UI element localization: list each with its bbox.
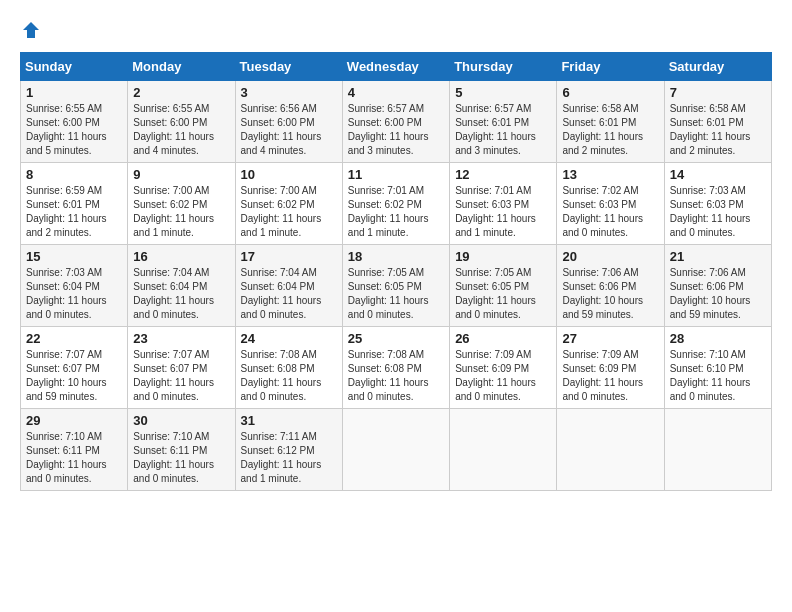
day-number: 10 [241,167,337,182]
calendar-day-cell: 30Sunrise: 7:10 AMSunset: 6:11 PMDayligh… [128,409,235,491]
weekday-header-cell: Saturday [664,53,771,81]
day-number: 17 [241,249,337,264]
calendar-day-cell: 17Sunrise: 7:04 AMSunset: 6:04 PMDayligh… [235,245,342,327]
day-number: 22 [26,331,122,346]
weekday-header-cell: Thursday [450,53,557,81]
calendar-day-cell: 16Sunrise: 7:04 AMSunset: 6:04 PMDayligh… [128,245,235,327]
calendar-day-cell: 14Sunrise: 7:03 AMSunset: 6:03 PMDayligh… [664,163,771,245]
calendar-day-cell: 10Sunrise: 7:00 AMSunset: 6:02 PMDayligh… [235,163,342,245]
day-info: Sunrise: 6:58 AMSunset: 6:01 PMDaylight:… [670,102,766,158]
calendar-day-cell: 27Sunrise: 7:09 AMSunset: 6:09 PMDayligh… [557,327,664,409]
calendar-header: SundayMondayTuesdayWednesdayThursdayFrid… [21,53,772,81]
day-info: Sunrise: 6:55 AMSunset: 6:00 PMDaylight:… [133,102,229,158]
day-number: 19 [455,249,551,264]
calendar-day-cell [664,409,771,491]
day-number: 11 [348,167,444,182]
calendar-day-cell: 28Sunrise: 7:10 AMSunset: 6:10 PMDayligh… [664,327,771,409]
day-number: 15 [26,249,122,264]
calendar-day-cell: 7Sunrise: 6:58 AMSunset: 6:01 PMDaylight… [664,81,771,163]
calendar-day-cell [557,409,664,491]
day-info: Sunrise: 6:55 AMSunset: 6:00 PMDaylight:… [26,102,122,158]
day-info: Sunrise: 6:57 AMSunset: 6:01 PMDaylight:… [455,102,551,158]
calendar-day-cell: 9Sunrise: 7:00 AMSunset: 6:02 PMDaylight… [128,163,235,245]
day-info: Sunrise: 6:58 AMSunset: 6:01 PMDaylight:… [562,102,658,158]
day-number: 13 [562,167,658,182]
day-info: Sunrise: 7:09 AMSunset: 6:09 PMDaylight:… [455,348,551,404]
calendar-day-cell: 1Sunrise: 6:55 AMSunset: 6:00 PMDaylight… [21,81,128,163]
day-number: 7 [670,85,766,100]
day-info: Sunrise: 7:01 AMSunset: 6:03 PMDaylight:… [455,184,551,240]
calendar-day-cell [450,409,557,491]
day-info: Sunrise: 6:56 AMSunset: 6:00 PMDaylight:… [241,102,337,158]
day-number: 30 [133,413,229,428]
calendar-week-row: 22Sunrise: 7:07 AMSunset: 6:07 PMDayligh… [21,327,772,409]
calendar-day-cell: 22Sunrise: 7:07 AMSunset: 6:07 PMDayligh… [21,327,128,409]
day-number: 27 [562,331,658,346]
day-info: Sunrise: 7:03 AMSunset: 6:03 PMDaylight:… [670,184,766,240]
calendar-day-cell: 21Sunrise: 7:06 AMSunset: 6:06 PMDayligh… [664,245,771,327]
calendar: SundayMondayTuesdayWednesdayThursdayFrid… [20,52,772,491]
calendar-day-cell: 6Sunrise: 6:58 AMSunset: 6:01 PMDaylight… [557,81,664,163]
day-number: 5 [455,85,551,100]
day-number: 28 [670,331,766,346]
day-number: 21 [670,249,766,264]
day-number: 20 [562,249,658,264]
calendar-day-cell: 8Sunrise: 6:59 AMSunset: 6:01 PMDaylight… [21,163,128,245]
svg-marker-0 [23,22,39,38]
calendar-day-cell: 26Sunrise: 7:09 AMSunset: 6:09 PMDayligh… [450,327,557,409]
day-info: Sunrise: 7:11 AMSunset: 6:12 PMDaylight:… [241,430,337,486]
day-number: 2 [133,85,229,100]
day-number: 18 [348,249,444,264]
day-number: 9 [133,167,229,182]
calendar-day-cell: 2Sunrise: 6:55 AMSunset: 6:00 PMDaylight… [128,81,235,163]
day-info: Sunrise: 7:08 AMSunset: 6:08 PMDaylight:… [348,348,444,404]
day-info: Sunrise: 7:07 AMSunset: 6:07 PMDaylight:… [133,348,229,404]
day-info: Sunrise: 7:04 AMSunset: 6:04 PMDaylight:… [241,266,337,322]
day-number: 31 [241,413,337,428]
day-number: 3 [241,85,337,100]
day-number: 8 [26,167,122,182]
day-info: Sunrise: 7:00 AMSunset: 6:02 PMDaylight:… [241,184,337,240]
logo [20,20,42,44]
day-info: Sunrise: 7:06 AMSunset: 6:06 PMDaylight:… [670,266,766,322]
day-info: Sunrise: 7:02 AMSunset: 6:03 PMDaylight:… [562,184,658,240]
weekday-header-cell: Friday [557,53,664,81]
day-info: Sunrise: 7:05 AMSunset: 6:05 PMDaylight:… [348,266,444,322]
weekday-header-cell: Sunday [21,53,128,81]
day-info: Sunrise: 7:03 AMSunset: 6:04 PMDaylight:… [26,266,122,322]
day-info: Sunrise: 7:10 AMSunset: 6:10 PMDaylight:… [670,348,766,404]
day-number: 12 [455,167,551,182]
day-info: Sunrise: 7:10 AMSunset: 6:11 PMDaylight:… [26,430,122,486]
calendar-day-cell: 25Sunrise: 7:08 AMSunset: 6:08 PMDayligh… [342,327,449,409]
day-number: 25 [348,331,444,346]
calendar-day-cell: 13Sunrise: 7:02 AMSunset: 6:03 PMDayligh… [557,163,664,245]
day-number: 26 [455,331,551,346]
calendar-day-cell: 19Sunrise: 7:05 AMSunset: 6:05 PMDayligh… [450,245,557,327]
calendar-week-row: 1Sunrise: 6:55 AMSunset: 6:00 PMDaylight… [21,81,772,163]
day-number: 23 [133,331,229,346]
calendar-day-cell: 18Sunrise: 7:05 AMSunset: 6:05 PMDayligh… [342,245,449,327]
calendar-day-cell: 29Sunrise: 7:10 AMSunset: 6:11 PMDayligh… [21,409,128,491]
day-info: Sunrise: 7:05 AMSunset: 6:05 PMDaylight:… [455,266,551,322]
day-number: 6 [562,85,658,100]
calendar-day-cell: 4Sunrise: 6:57 AMSunset: 6:00 PMDaylight… [342,81,449,163]
day-info: Sunrise: 7:04 AMSunset: 6:04 PMDaylight:… [133,266,229,322]
day-info: Sunrise: 7:01 AMSunset: 6:02 PMDaylight:… [348,184,444,240]
day-number: 16 [133,249,229,264]
day-info: Sunrise: 7:06 AMSunset: 6:06 PMDaylight:… [562,266,658,322]
weekday-header-cell: Wednesday [342,53,449,81]
calendar-day-cell [342,409,449,491]
calendar-day-cell: 23Sunrise: 7:07 AMSunset: 6:07 PMDayligh… [128,327,235,409]
calendar-day-cell: 20Sunrise: 7:06 AMSunset: 6:06 PMDayligh… [557,245,664,327]
calendar-week-row: 15Sunrise: 7:03 AMSunset: 6:04 PMDayligh… [21,245,772,327]
day-info: Sunrise: 7:09 AMSunset: 6:09 PMDaylight:… [562,348,658,404]
day-number: 24 [241,331,337,346]
day-info: Sunrise: 6:57 AMSunset: 6:00 PMDaylight:… [348,102,444,158]
day-number: 14 [670,167,766,182]
calendar-day-cell: 3Sunrise: 6:56 AMSunset: 6:00 PMDaylight… [235,81,342,163]
day-info: Sunrise: 7:08 AMSunset: 6:08 PMDaylight:… [241,348,337,404]
calendar-day-cell: 31Sunrise: 7:11 AMSunset: 6:12 PMDayligh… [235,409,342,491]
calendar-day-cell: 11Sunrise: 7:01 AMSunset: 6:02 PMDayligh… [342,163,449,245]
calendar-day-cell: 12Sunrise: 7:01 AMSunset: 6:03 PMDayligh… [450,163,557,245]
calendar-week-row: 8Sunrise: 6:59 AMSunset: 6:01 PMDaylight… [21,163,772,245]
